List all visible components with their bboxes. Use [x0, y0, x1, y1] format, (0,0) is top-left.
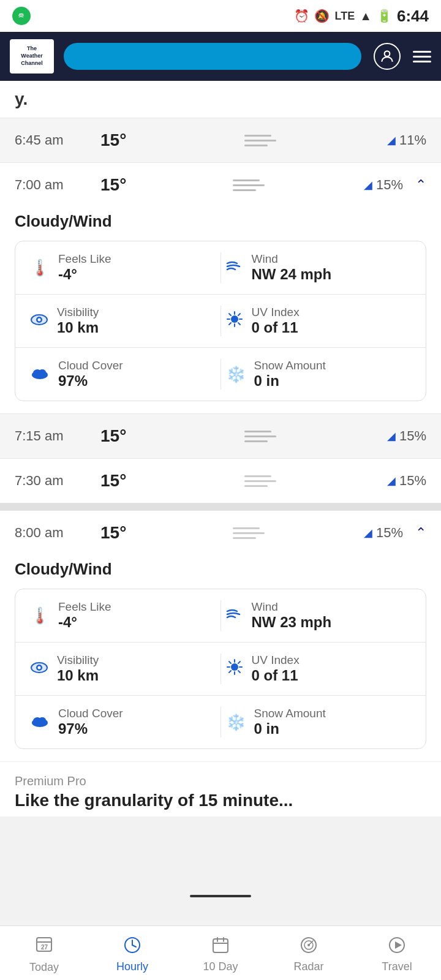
- hour-row-645: 6:45 am 15° ◢ 11%: [0, 118, 441, 162]
- wind-detail-icon: [226, 258, 243, 277]
- detail-row-feels-wind-800: 🌡️ Feels Like -4°: [15, 589, 426, 643]
- detail-row-vis-uv-800: Visibility 10 km: [15, 643, 426, 696]
- radar-icon: [300, 936, 318, 957]
- svg-line-25: [229, 662, 231, 663]
- travel-label: Travel: [382, 960, 412, 973]
- precip-700: ◢ 15%: [336, 177, 403, 193]
- wind-icon-645: [162, 135, 359, 146]
- nav-hourly[interactable]: Hourly: [102, 936, 163, 973]
- search-bar[interactable]: [64, 43, 361, 70]
- uv-icon: [226, 311, 243, 332]
- hour-row-700[interactable]: 7:00 am 15° ◢ 15% ⌃: [0, 162, 441, 207]
- svg-line-11: [238, 323, 240, 325]
- expanded-700: Cloudy/Wind 🌡️ Feels Like -4°: [0, 207, 441, 413]
- svg-line-27: [238, 662, 240, 663]
- nav-today[interactable]: 27 Today: [13, 935, 75, 974]
- premium-text: Like the granularity of 15 minute...: [15, 791, 426, 810]
- visibility-cell-700: Visibility 10 km: [30, 306, 216, 336]
- detail-row-cloud-snow-700: Cloud Cover 97% ❄️ Snow Amount 0 in: [15, 348, 426, 401]
- nav-radar[interactable]: Radar: [278, 936, 339, 973]
- condition-800: Cloudy/Wind: [15, 555, 426, 589]
- expand-btn-800[interactable]: ⌃: [415, 525, 426, 541]
- svg-rect-38: [213, 939, 228, 952]
- status-right: ⏰ 🔕 LTE ▲ 🔋 6:44: [294, 7, 429, 26]
- nav-10day[interactable]: 10 Day: [190, 936, 251, 973]
- tenday-label: 10 Day: [203, 960, 238, 973]
- premium-label: Premium Pro: [15, 774, 426, 788]
- time-display: 6:44: [397, 7, 429, 26]
- condition-700: Cloudy/Wind: [15, 207, 426, 241]
- temp-715: 15°: [100, 426, 162, 446]
- svg-point-4: [38, 318, 41, 321]
- tenday-icon: [211, 936, 230, 957]
- expand-btn-700[interactable]: ⌃: [415, 177, 426, 193]
- wind-cell-800: Wind NW 23 mph: [226, 600, 412, 631]
- profile-button[interactable]: [374, 43, 401, 70]
- signal-icon: ▲: [360, 9, 372, 23]
- snow-cell-800: ❄️ Snow Amount 0 in: [226, 707, 412, 737]
- wind-icon-700: [162, 179, 336, 191]
- svg-text:27: 27: [41, 944, 48, 951]
- snowflake-icon: ❄️: [226, 365, 246, 384]
- app-header: The Weather Channel: [0, 32, 441, 81]
- logo: The Weather Channel: [10, 39, 54, 74]
- menu-button[interactable]: [413, 51, 431, 62]
- wind-cell-700: Wind NW 24 mph: [226, 252, 412, 283]
- cloud-cell-700: Cloud Cover 97%: [30, 359, 216, 390]
- bottom-nav: 27 Today Hourly 10 Day: [0, 925, 441, 980]
- snowflake-icon-800: ❄️: [226, 713, 246, 732]
- today-icon: 27: [35, 935, 53, 957]
- svg-line-12: [238, 314, 240, 315]
- time-730: 7:30 am: [15, 473, 100, 489]
- time-645: 6:45 am: [15, 132, 100, 148]
- drop-icon-730: ◢: [387, 474, 396, 488]
- nav-travel[interactable]: Travel: [366, 936, 428, 973]
- detail-row-vis-uv-700: Visibility 10 km: [15, 295, 426, 348]
- cloud-icon-800: [30, 713, 50, 732]
- hourly-icon: [123, 936, 141, 957]
- precip-715: ◢ 15%: [359, 428, 426, 444]
- temp-700: 15°: [100, 175, 162, 195]
- alarm-icon: ⏰: [294, 9, 309, 23]
- svg-line-37: [132, 945, 136, 947]
- precip-800: ◢ 15%: [336, 525, 403, 541]
- time-700: 7:00 am: [15, 177, 100, 193]
- svg-point-19: [38, 666, 41, 669]
- partial-header: y.: [0, 81, 441, 118]
- temp-645: 15°: [100, 130, 162, 150]
- thermometer-icon-800: 🌡️: [30, 606, 50, 625]
- alarm-off-icon: 🔕: [314, 9, 330, 23]
- detail-card-800: 🌡️ Feels Like -4°: [15, 589, 426, 749]
- hour-row-730: 7:30 am 15° ◢ 15%: [0, 458, 441, 503]
- eye-icon-800: [30, 660, 48, 679]
- detail-row-feels-wind-700: 🌡️ Feels Like -4°: [15, 241, 426, 295]
- travel-icon: [388, 936, 406, 957]
- feels-like-cell-800: 🌡️ Feels Like -4°: [30, 600, 216, 631]
- svg-line-10: [229, 314, 231, 315]
- home-indicator: [190, 895, 251, 897]
- wind-icon-730: [162, 475, 359, 487]
- svg-point-16: [39, 369, 46, 375]
- thermometer-icon: 🌡️: [30, 258, 50, 277]
- wind-icon-715: [162, 431, 359, 442]
- svg-point-0: [17, 12, 26, 21]
- hour-row-715: 7:15 am 15° ◢ 15%: [0, 413, 441, 458]
- spotify-icon: [12, 7, 31, 25]
- radar-label: Radar: [293, 960, 323, 973]
- status-bar: ⏰ 🔕 LTE ▲ 🔋 6:44: [0, 0, 441, 32]
- wind-icon-800: [162, 527, 336, 539]
- drop-icon-700: ◢: [364, 178, 372, 192]
- header-icons: [374, 43, 431, 70]
- svg-point-5: [231, 315, 238, 323]
- expanded-800: Cloudy/Wind 🌡️ Feels Like -4°: [0, 555, 441, 761]
- today-label: Today: [29, 961, 59, 974]
- visibility-cell-800: Visibility 10 km: [30, 654, 216, 684]
- temp-730: 15°: [100, 471, 162, 491]
- precip-645: ◢ 11%: [359, 132, 426, 148]
- svg-point-1: [385, 51, 390, 56]
- precip-730: ◢ 15%: [359, 473, 426, 489]
- hour-row-800[interactable]: 8:00 am 15° ◢ 15% ⌃: [0, 510, 441, 555]
- drop-icon-715: ◢: [387, 429, 396, 443]
- uv-cell-800: UV Index 0 of 11: [226, 654, 412, 684]
- lte-label: LTE: [334, 10, 355, 23]
